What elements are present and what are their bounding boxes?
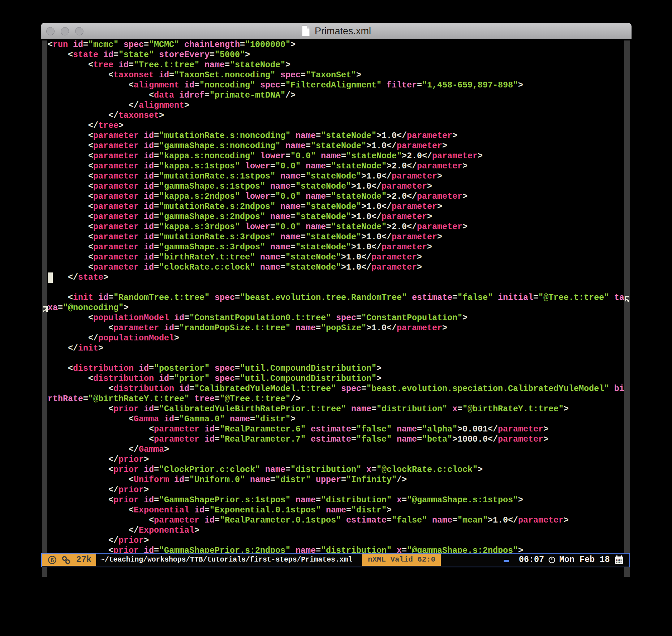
svg-text:6: 6 bbox=[51, 557, 54, 563]
